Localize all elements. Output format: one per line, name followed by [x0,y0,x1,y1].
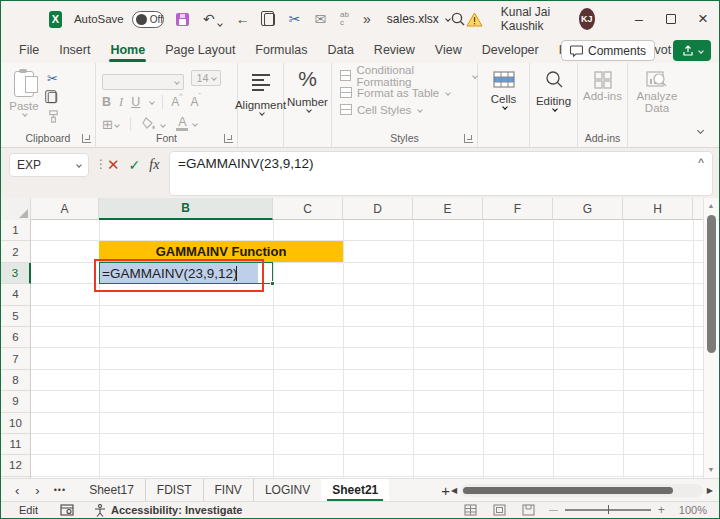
toolbar-overflow-icon[interactable]: » [363,12,371,26]
conditional-formatting-button[interactable]: Conditional Formatting [340,67,477,84]
tab-insert[interactable]: Insert [49,37,100,63]
email-icon[interactable]: ✉ [314,12,326,26]
vertical-scroll-thumb[interactable] [707,215,716,353]
new-sheet-button[interactable]: + [441,482,450,499]
comments-button[interactable]: Comments [561,40,655,61]
row-header[interactable]: 6 [1,327,30,348]
cut-icon[interactable]: ✂ [289,12,301,26]
sheet-tab-fdist[interactable]: FDIST [146,479,204,502]
tab-home[interactable]: Home [100,37,155,63]
column-header-h[interactable]: H [623,198,693,220]
name-box[interactable]: EXP [9,153,89,177]
vertical-scrollbar[interactable]: ▲ ▼ [703,198,718,478]
column-header-a[interactable]: A [31,198,99,220]
row-header[interactable]: 10 [1,413,30,434]
clipboard-dialog-launcher[interactable] [82,134,91,143]
analyze-data-button[interactable]: Analyze Data [632,90,682,114]
font-name-select[interactable] [102,74,184,90]
underline-button[interactable]: U [131,95,140,109]
row-header-selected[interactable]: 3 [1,263,31,284]
zoom-slider[interactable] [565,509,651,510]
group-cells[interactable]: Cells [478,63,530,147]
accessibility-status[interactable]: Accessibility: Investigate [94,504,242,517]
tab-view[interactable]: View [425,37,472,63]
row-header[interactable]: 8 [1,370,30,391]
sheet-tab-finv[interactable]: FINV [204,479,254,502]
italic-button[interactable]: I [119,95,123,110]
enter-entry-button[interactable]: ✓ [129,157,141,173]
grow-font-button[interactable]: A^ [171,95,182,109]
bold-button[interactable]: B [102,95,111,109]
zoom-level[interactable]: 100% [679,504,707,516]
sheet-more-icon[interactable]: ••• [54,485,66,495]
tab-review[interactable]: Review [364,37,425,63]
horizontal-scroll-thumb[interactable] [463,487,673,494]
scroll-down-icon[interactable]: ▼ [708,462,715,476]
scroll-left-icon[interactable]: ◀ [451,486,457,495]
zoom-in-button[interactable]: + [658,503,665,517]
column-header-g[interactable]: G [553,198,623,220]
autosave-toggle[interactable]: Off [132,11,164,28]
column-header-f[interactable]: F [483,198,553,220]
styles-dialog-launcher[interactable] [464,134,473,143]
worksheet-grid[interactable]: A B C D E F G H 1 2 3 4 5 6 7 8 9 10 11 … [1,198,719,478]
normal-view-icon[interactable] [464,504,477,516]
font-size-select[interactable]: 14 [191,70,221,86]
column-header-c[interactable]: C [273,198,343,220]
minimize-button[interactable]: – [623,2,655,36]
tab-file[interactable]: File [9,37,49,63]
row-header[interactable]: 11 [1,434,30,455]
row-header[interactable]: 4 [1,284,30,305]
undo-button[interactable]: ↶ [203,12,222,26]
sheet-tab-sheet21-active[interactable]: Sheet21 [321,479,389,502]
column-header-b[interactable]: B [99,198,273,220]
cancel-entry-button[interactable]: ✕ [107,156,120,174]
add-ins-button[interactable]: Add-ins [583,90,622,102]
row-header[interactable]: 12 [1,455,30,476]
row-header[interactable]: 5 [1,306,30,327]
column-header-e[interactable]: E [413,198,483,220]
cut-button[interactable]: ✂ [47,72,60,85]
page-layout-view-icon[interactable] [493,504,506,516]
tab-formulas[interactable]: Formulas [245,37,317,63]
format-painter-icon[interactable] [47,110,60,123]
replace-icon[interactable]: abc [340,11,349,27]
row-header[interactable]: 1 [1,220,30,241]
row-header[interactable]: 9 [1,391,30,412]
close-button[interactable]: × [687,2,719,36]
scroll-up-icon[interactable]: ▲ [708,198,715,212]
select-all-corner[interactable] [1,198,31,220]
sheet-tab-sheet17[interactable]: Sheet17 [78,479,146,502]
macro-record-icon[interactable] [60,504,74,516]
font-dialog-launcher[interactable] [224,134,233,143]
search-icon[interactable] [450,11,466,27]
group-number[interactable]: % Number [284,63,332,147]
share-button[interactable] [673,40,711,61]
tab-data[interactable]: Data [317,37,363,63]
page-break-view-icon[interactable] [522,504,535,516]
formula-bar-collapse-icon[interactable]: ^ [698,156,704,170]
save-icon[interactable] [176,13,189,26]
fill-handle[interactable] [270,281,275,286]
shrink-font-button[interactable]: Aˇ [191,95,201,109]
copy-icon[interactable] [264,13,275,26]
horizontal-scrollbar[interactable]: ◀ ▶ [451,484,713,497]
row-header[interactable]: 2 [1,241,30,262]
tab-developer[interactable]: Developer [472,37,549,63]
back-arrow-icon[interactable]: ← [236,12,250,26]
fill-color-button[interactable] [142,117,165,132]
column-header-d[interactable]: D [343,198,413,220]
tab-page-layout[interactable]: Page Layout [155,37,245,63]
font-color-button[interactable]: A [176,117,188,131]
zoom-out-button[interactable]: — [549,505,558,515]
sheet-next-icon[interactable]: › [35,483,39,498]
insert-function-button[interactable]: fx [149,157,159,173]
formula-bar[interactable]: =GAMMAINV(23,9,12) ^ [169,151,713,196]
scroll-right-icon[interactable]: ▶ [707,486,713,495]
account-button[interactable]: Kunal Jai Kaushik KJ [501,5,595,33]
copy-button[interactable] [48,92,57,103]
ribbon-collapse-button[interactable] [696,121,703,139]
cell-styles-button[interactable]: Cell Styles [340,101,477,118]
group-alignment[interactable]: Alignment [238,63,284,147]
borders-button[interactable]: ⊞ [102,117,119,132]
